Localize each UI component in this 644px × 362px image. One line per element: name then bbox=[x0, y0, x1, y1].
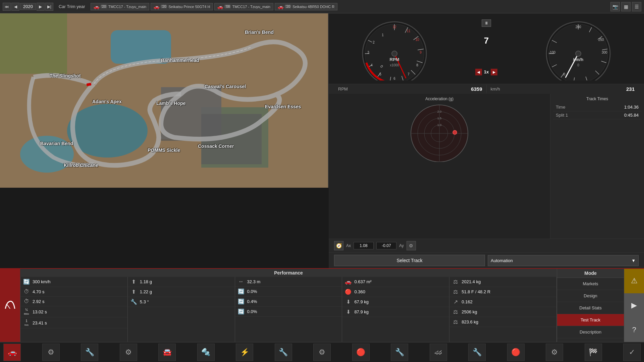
nav-tires-icon[interactable]: 🔴 bbox=[352, 344, 370, 361]
hm-value: 23.41 s bbox=[33, 320, 47, 325]
car-tab-1[interactable]: 🚗 '20 Seikatsu Prince 50GT4 H bbox=[151, 3, 213, 10]
nav-engine-icon[interactable]: ⚡ bbox=[236, 344, 253, 361]
performance-bar: Performance 🔄 300 km/h ⏱ 4.70 s ⏱ 2.92 s… bbox=[0, 268, 644, 342]
mode-markets-btn[interactable]: Markets bbox=[557, 278, 624, 290]
nav-settings-icon[interactable]: ⚙ bbox=[42, 344, 60, 361]
brake-force-value: 2506 kg bbox=[462, 309, 477, 314]
screenshot-btn[interactable]: 📷 bbox=[610, 2, 620, 11]
svg-text:RPM: RPM bbox=[389, 57, 399, 62]
downforce-f-value: 67.9 kg bbox=[354, 299, 369, 304]
speed-down-btn[interactable]: ◄ bbox=[475, 69, 482, 75]
car-tab-0[interactable]: 🚗 '20 TMCC17 - Tzuyu_main bbox=[91, 3, 150, 10]
prev-prev-btn[interactable]: ⏮ bbox=[3, 3, 11, 11]
perf-row-2-1: ⬆ 1.18 g bbox=[128, 277, 235, 287]
angle-value: 5.3 ° bbox=[140, 299, 149, 304]
nav-parts-icon[interactable]: 🔧 bbox=[81, 344, 98, 361]
nav-tuning-icon[interactable]: 🔧 bbox=[468, 344, 486, 361]
nav-body-icon[interactable]: 🚘 bbox=[158, 344, 176, 361]
perf-row-1-1: 🔄 300 km/h bbox=[20, 277, 127, 287]
mode-test-track-btn[interactable]: Test Track bbox=[557, 314, 624, 326]
svg-text:11: 11 bbox=[407, 29, 411, 33]
nav-aero-icon[interactable]: ⚙ bbox=[313, 344, 331, 361]
nav-transmission-icon[interactable]: 🔧 bbox=[275, 344, 292, 361]
perf-row-4-3: ⬇ 67.9 kg bbox=[342, 297, 449, 307]
frontal-area-icon: 🚗 bbox=[345, 279, 352, 285]
mode-design-btn[interactable]: Design bbox=[557, 290, 624, 302]
svg-text:1.0: 1.0 bbox=[437, 123, 442, 127]
ax-value: 1.08 bbox=[354, 242, 374, 249]
perf-row-4-4: ⬇ 87.9 kg bbox=[342, 307, 449, 317]
nav-steering-icon[interactable]: ⚙ bbox=[546, 344, 563, 361]
nav-car-icon[interactable]: 🚗 bbox=[3, 344, 21, 361]
svg-text:4: 4 bbox=[371, 63, 373, 67]
speed-up-btn[interactable]: ► bbox=[491, 69, 497, 75]
menu-btn[interactable]: ☰ bbox=[632, 2, 641, 11]
svg-text:5: 5 bbox=[379, 72, 381, 76]
mode-description-btn[interactable]: Description bbox=[557, 326, 624, 338]
label-bavarian-bend: Bavarian Bend bbox=[40, 141, 73, 146]
forward-button[interactable]: ▶ bbox=[624, 293, 644, 318]
svg-text:250: 250 bbox=[598, 38, 604, 42]
select-track-row: Select Track Automation ▼ bbox=[329, 252, 644, 268]
perf-row-4-2: 🔴 0.360 bbox=[342, 287, 449, 297]
compass-icon: 🧭 bbox=[334, 241, 343, 250]
time-row: Time 1:04.36 bbox=[553, 103, 641, 111]
next-next-btn[interactable]: ▶| bbox=[45, 3, 53, 11]
alert-button[interactable]: ⚠ bbox=[624, 269, 644, 293]
weight-icon: ⚖ bbox=[452, 279, 459, 285]
nav-fuel-icon[interactable]: 🔴 bbox=[507, 344, 525, 361]
nav-race-icon[interactable]: 🏁 bbox=[585, 344, 602, 361]
svg-point-72 bbox=[453, 130, 457, 134]
grid-btn[interactable]: ▦ bbox=[621, 2, 631, 11]
pause-button[interactable]: ⏸ bbox=[482, 19, 491, 27]
downforce-r-value: 87.9 kg bbox=[354, 309, 369, 314]
car-icon-0: 🚗 bbox=[94, 4, 99, 9]
nav-confirm-icon[interactable]: ✓ bbox=[623, 344, 641, 361]
svg-text:1: 1 bbox=[382, 33, 384, 37]
top-speed-icon: 🔄 bbox=[23, 279, 30, 285]
car-icon-2: 🚗 bbox=[217, 4, 223, 9]
engine-weight-icon: ⚖ bbox=[452, 319, 459, 325]
split1-label: Split 1 bbox=[553, 111, 594, 119]
stopping-dist-icon: ↔ bbox=[238, 279, 245, 285]
perf-row-1-5: 1hm 23.41 s bbox=[20, 317, 127, 328]
understeer-value: 0.4% bbox=[247, 299, 257, 304]
year-badge-1: '20 bbox=[161, 5, 167, 8]
roll-icon: ↗ bbox=[452, 299, 459, 305]
perf-row-1-4: ¼Mile 13.02 s bbox=[20, 306, 127, 317]
svg-text:x1000: x1000 bbox=[390, 63, 399, 67]
car-tab-2[interactable]: 🚗 '08 TMCC17 - Tzuyu_main bbox=[214, 3, 273, 10]
split1-value: 0:45.84 bbox=[594, 111, 641, 119]
svg-point-25 bbox=[392, 51, 397, 56]
readout-row: RPM 6359 km/h 231 bbox=[329, 84, 644, 94]
mode-detail-stats-btn[interactable]: Detail Stats bbox=[557, 302, 624, 314]
rpm-val: 6359 bbox=[471, 86, 482, 92]
nav-exhaust-icon[interactable]: 🔩 bbox=[197, 344, 215, 361]
track-map: Brian's Bend Banhammerhead The Slingshot… bbox=[0, 13, 329, 188]
downforce-f-icon: ⬇ bbox=[345, 299, 352, 305]
settings-icon[interactable]: ⚙ bbox=[407, 241, 416, 250]
rpm-gauge-svg: 0 1 2 3 4 5 6 7 8 9 10 11 12 bbox=[358, 17, 431, 80]
year-nav[interactable]: ⏮ ◀ 2020 ▶ ▶| bbox=[3, 3, 53, 11]
slip-icon: 🔄 bbox=[238, 308, 245, 315]
perf-left-icon bbox=[0, 269, 20, 342]
help-button[interactable]: ? bbox=[624, 317, 644, 342]
car-tab-3[interactable]: 🚗 '20 Seikatsu 4BR50 DOHC R bbox=[275, 3, 337, 10]
mode-title: Mode bbox=[557, 269, 624, 278]
ay-label: Ay bbox=[399, 243, 404, 248]
svg-text:0: 0 bbox=[578, 63, 580, 67]
track-dropdown[interactable]: Automation ▼ bbox=[488, 255, 639, 266]
select-track-button[interactable]: Select Track bbox=[334, 255, 485, 266]
nav-brakes-icon[interactable]: 🔧 bbox=[391, 344, 408, 361]
nav-assist-icon[interactable]: 🏎 bbox=[430, 344, 447, 361]
mode-panel: Mode Markets Design Detail Stats Test Tr… bbox=[557, 269, 624, 342]
nav-suspension-icon[interactable]: ⚙ bbox=[120, 344, 137, 361]
next-btn[interactable]: ▶ bbox=[37, 3, 45, 11]
prev-btn[interactable]: ◀ bbox=[11, 3, 19, 11]
svg-text:200: 200 bbox=[576, 25, 581, 29]
year-badge-2: '08 bbox=[224, 5, 231, 8]
perf-row-5-3: ↗ 0.162 bbox=[449, 297, 556, 307]
g-meter-svg: 2.0 1.5 1.0 bbox=[409, 103, 470, 162]
middle-row: Acceleration (g) 2.0 1.5 1.0 bbox=[329, 94, 644, 239]
car-name-1: Seikatsu Prince 50GT4 H bbox=[168, 5, 210, 9]
